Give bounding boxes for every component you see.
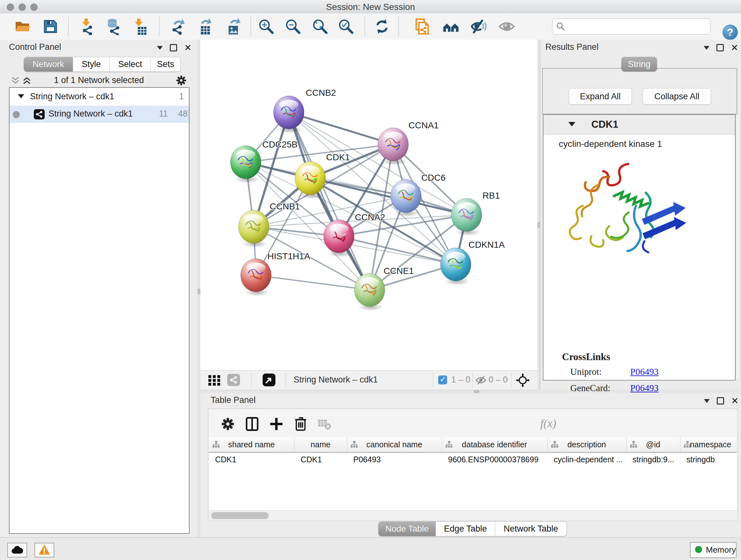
search-field[interactable] — [552, 18, 711, 35]
collapse-panel-icon[interactable] — [157, 46, 163, 50]
tab-network[interactable]: Network — [24, 57, 73, 71]
node-CCNE1[interactable]: CCNE1 — [354, 266, 414, 311]
tab-select[interactable]: Select — [110, 57, 151, 71]
column-header-shared-name[interactable]: shared name — [209, 437, 294, 452]
search-input[interactable] — [568, 20, 706, 32]
show-columns-icon[interactable] — [244, 416, 260, 432]
column-header--id[interactable]: @id — [626, 437, 680, 452]
table-cell[interactable]: P06493 — [353, 455, 439, 464]
collapse-panel-icon[interactable] — [704, 46, 710, 50]
export-table-icon[interactable] — [196, 18, 213, 35]
zoom-in-icon[interactable] — [258, 18, 275, 35]
import-network-file-icon[interactable] — [78, 18, 96, 35]
result-entry-header[interactable]: CDK1 — [543, 115, 735, 134]
show-all-icon[interactable] — [498, 18, 515, 35]
edge-CCNB2-CCNE1[interactable] — [289, 112, 369, 290]
close-panel-icon[interactable] — [731, 398, 738, 404]
table-cell[interactable]: CDK1 — [300, 455, 344, 464]
save-session-icon[interactable] — [42, 18, 59, 35]
table-cell[interactable]: CDK1 — [215, 455, 292, 464]
delete-column-icon[interactable] — [293, 416, 309, 432]
open-session-icon[interactable] — [14, 18, 31, 35]
node-table[interactable]: shared namenamecanonical namedatabase id… — [209, 437, 737, 510]
column-label: canonical name — [347, 440, 442, 449]
column-label: database identifier — [442, 440, 547, 449]
vertical-splitter[interactable] — [537, 40, 540, 389]
network-row-selected[interactable]: String Network – cdk1 11 48 — [10, 106, 189, 123]
tab-node-table[interactable]: Node Table — [379, 522, 436, 536]
column-header-description[interactable]: description — [547, 437, 626, 452]
edges — [246, 112, 467, 290]
export-network-icon[interactable] — [170, 18, 187, 35]
vertical-splitter[interactable] — [197, 40, 200, 537]
crosslink-link[interactable]: P06493 — [630, 367, 659, 377]
node-RB1[interactable]: RB1 — [451, 191, 500, 236]
float-panel-icon[interactable] — [717, 44, 724, 51]
collapse-all-button[interactable]: Collapse All — [643, 88, 711, 105]
table-cell[interactable]: cyclin-dependent ... — [554, 455, 623, 464]
float-panel-icon[interactable] — [717, 397, 724, 405]
node-label-CDC6: CDC6 — [421, 173, 446, 183]
table-cell[interactable]: stringdb — [686, 455, 737, 464]
scrollbar-thumb[interactable] — [211, 512, 269, 519]
table-cell[interactable]: 9606.ENSP00000378699 — [448, 455, 545, 464]
cloud-status-button[interactable] — [7, 543, 27, 557]
column-header-database-identifier[interactable]: database identifier — [442, 437, 548, 452]
tab-style[interactable]: Style — [73, 57, 110, 71]
table-cell[interactable]: stringdb:9... — [632, 455, 677, 464]
column-header-canonical-name[interactable]: canonical name — [347, 437, 442, 452]
zoom-out-icon[interactable] — [284, 18, 301, 35]
edge-HIST1H1A-CCNE1[interactable] — [256, 275, 369, 290]
close-panel-icon[interactable] — [184, 45, 192, 51]
network-canvas[interactable]: CCNB2CCNA1CDC25BCDK1CDC6RB1CCNB1CCNA2CDK… — [200, 40, 537, 370]
node-CDKN1A[interactable]: CDKN1A — [441, 240, 505, 286]
results-scrollbar[interactable] — [736, 114, 740, 380]
warnings-button[interactable] — [35, 543, 54, 557]
import-table-icon[interactable] — [131, 18, 148, 35]
zoom-fit-icon[interactable] — [312, 18, 329, 35]
import-network-database-icon[interactable] — [105, 18, 122, 35]
node-CDC6[interactable]: CDC6 — [391, 173, 446, 217]
hide-selected-icon[interactable] — [470, 18, 487, 35]
network-collection-row[interactable]: String Network – cdk1 1 — [10, 88, 189, 106]
selected-checkbox-icon[interactable] — [438, 375, 447, 384]
network-graph[interactable]: CCNB2CCNA1CDC25BCDK1CDC6RB1CCNB1CCNA2CDK… — [200, 40, 537, 370]
zoom-selected-icon[interactable] — [337, 18, 354, 35]
export-image-icon[interactable] — [225, 18, 242, 35]
help-icon[interactable]: ? — [723, 24, 738, 40]
column-header-name[interactable]: name — [294, 437, 347, 452]
delete-table-icon[interactable] — [316, 416, 332, 432]
tab-network-table[interactable]: Network Table — [495, 522, 566, 536]
close-panel-icon[interactable] — [731, 45, 738, 51]
network-view-icon[interactable] — [227, 374, 240, 386]
column-header-namespace[interactable]: namespace — [680, 437, 737, 452]
tree-expand-icon[interactable] — [18, 94, 24, 98]
refresh-icon[interactable] — [374, 18, 391, 35]
gear-icon[interactable] — [176, 75, 187, 86]
network-selected-status: 1 of 1 Network selected — [38, 75, 159, 85]
grid-view-icon[interactable] — [208, 375, 221, 386]
expand-all-icon[interactable] — [22, 76, 31, 85]
first-neighbors-icon[interactable] — [442, 18, 460, 35]
tab-string[interactable]: String — [621, 57, 657, 71]
tab-sets[interactable]: Sets — [151, 57, 180, 71]
edge-CCNB2-CCNA1[interactable] — [289, 112, 393, 144]
column-label: name — [294, 440, 347, 449]
node-HIST1H1A[interactable]: HIST1H1A — [241, 251, 310, 296]
add-column-icon[interactable] — [268, 416, 284, 432]
float-panel-icon[interactable] — [170, 44, 177, 51]
birds-eye-view-icon[interactable] — [263, 374, 275, 386]
table-horizontal-scrollbar[interactable] — [209, 510, 737, 520]
tab-edge-table[interactable]: Edge Table — [436, 522, 495, 536]
main-toolbar: ? — [0, 13, 741, 40]
crosslink-link[interactable]: P06493 — [630, 383, 659, 393]
memory-button[interactable]: Memory — [690, 542, 737, 558]
expand-all-button[interactable]: Expand All — [569, 88, 632, 105]
clone-network-icon[interactable] — [414, 18, 431, 35]
gear-icon[interactable] — [220, 416, 236, 432]
collapse-all-icon[interactable] — [11, 76, 20, 85]
entry-expand-icon[interactable] — [568, 122, 576, 126]
node-label-CCNA1: CCNA1 — [408, 120, 439, 130]
crosshair-icon[interactable] — [516, 373, 530, 387]
collapse-panel-icon[interactable] — [704, 399, 710, 403]
